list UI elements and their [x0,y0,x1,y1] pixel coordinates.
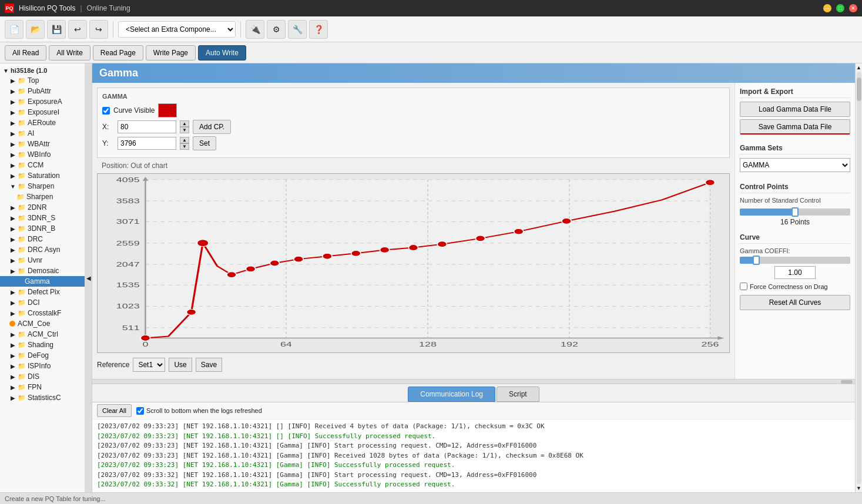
coeffi-value-input[interactable] [774,266,816,279]
minimize-button[interactable]: ─ [823,4,831,12]
read-page-button[interactable]: Read Page [93,45,143,61]
sidebar-item-demosaic[interactable]: ▶ 📁 Demosaic [0,266,85,276]
svg-text:256: 256 [701,341,719,348]
sidebar-item-saturation[interactable]: ▶ 📁 Saturation [0,170,85,181]
scroll-down-button[interactable]: ▼ [856,485,861,491]
sidebar-item-defect-pix[interactable]: ▶ 📁 Defect Pix [0,287,85,297]
sidebar-item-drc[interactable]: ▶ 📁 DRC [0,234,85,244]
new-button[interactable]: 📄 [5,20,24,39]
expand-icon-pubattr: ▶ [9,88,16,95]
control-points-slider-thumb[interactable] [791,207,799,217]
coeffi-slider[interactable] [740,257,850,264]
sidebar-item-sharpen2[interactable]: 📁 Sharpen [0,191,85,202]
sidebar-item-dci[interactable]: ▶ 📁 DCI [0,297,85,308]
gamma-chart: 4095 3583 3071 2559 2047 1535 1023 511 0… [98,174,729,352]
sidebar-item-pubattr[interactable]: ▶ 📁 PubAttr [0,86,85,96]
sidebar-item-ispinfo[interactable]: ▶ 📁 ISPInfo [0,361,85,371]
add-cp-button[interactable]: Add CP. [193,120,231,134]
sidebar-item-uvnr[interactable]: ▶ 📁 Uvnr [0,255,85,266]
x-up-button[interactable]: ▲ [180,120,189,127]
sidebar-item-fpn[interactable]: ▶ 📁 FPN [0,382,85,392]
y-input[interactable] [118,137,176,150]
sidebar-item-gamma[interactable]: Gamma [0,276,85,287]
svg-point-35 [197,240,209,247]
close-button[interactable]: ✕ [849,4,857,12]
sidebar-item-exposurea[interactable]: ▶ 📁 ExposureA [0,96,85,107]
chart-container[interactable]: 4095 3583 3071 2559 2047 1535 1023 511 0… [97,173,730,353]
undo-button[interactable]: ↩ [68,20,87,39]
maximize-button[interactable]: □ [836,4,844,12]
y-up-button[interactable]: ▲ [180,137,189,143]
sidebar-item-dis[interactable]: ▶ 📁 DIS [0,371,85,382]
set-button[interactable]: Set [193,136,216,150]
sidebar-item-acm-ctrl[interactable]: ▶ 📁 ACM_Ctrl [0,329,85,340]
clear-all-button[interactable]: Clear All [97,404,132,417]
expand-icon-shading: ▶ [9,341,16,348]
y-down-button[interactable]: ▼ [180,143,189,150]
reference-label: Reference [97,361,129,369]
connect-button[interactable]: 🔌 [246,20,264,39]
sidebar-item-top[interactable]: ▶ 📁 Top [0,75,85,86]
tab-communication-log[interactable]: Communication Log [408,387,495,402]
reference-use-button[interactable]: Use [169,358,192,372]
sidebar-item-drc-asyn[interactable]: ▶ 📁 DRC Asyn [0,244,85,255]
x-down-button[interactable]: ▼ [180,127,189,133]
auto-write-button[interactable]: Auto Write [198,45,246,61]
sidebar-item-hi3518e[interactable]: ▼ hi3518e (1.0 [0,66,85,75]
sidebar-item-ccm[interactable]: ▶ 📁 CCM [0,160,85,170]
sidebar-item-wbattr[interactable]: ▶ 📁 WBAttr [0,139,85,149]
sidebar-label-dci: DCI [28,298,40,307]
right-panel: Import & Export Load Gamma Data File Sav… [734,83,855,379]
sidebar-item-crosstalke[interactable]: ▶ 📁 CrosstalkF [0,308,85,318]
tab-script[interactable]: Script [497,387,539,402]
sidebar-item-aeroute[interactable]: ▶ 📁 AERoute [0,117,85,128]
expand-icon-drc-asyn: ▶ [9,246,16,253]
reference-select[interactable]: Set1 Set2 Set3 [133,358,165,372]
component-select[interactable]: <Select an Extra Compone... [118,21,236,38]
scroll-thumb-right[interactable] [857,78,861,101]
settings-button[interactable]: ⚙ [267,20,286,39]
sidebar-item-defog[interactable]: ▶ 📁 DeFog [0,350,85,361]
help-button[interactable]: ❓ [309,20,328,39]
write-page-button[interactable]: Write Page [146,45,196,61]
save-gamma-button[interactable]: Save Gamma Data File [740,119,850,135]
scroll-track[interactable] [857,72,861,484]
all-read-button[interactable]: All Read [5,45,46,61]
reference-save-button[interactable]: Save [196,358,222,372]
svg-text:64: 64 [280,341,292,348]
gamma-sets-select[interactable]: GAMMA LINEAR USER [740,158,850,172]
sidebar-item-ai[interactable]: ▶ 📁 AI [0,128,85,139]
tools-button[interactable]: 🔧 [288,20,307,39]
sidebar-label-ispinfo: ISPInfo [28,362,51,370]
scroll-checkbox[interactable] [136,407,144,415]
reset-all-curves-button[interactable]: Reset All Curves [740,295,850,310]
sidebar-item-exposurei[interactable]: ▶ 📁 ExposureI [0,107,85,117]
color-swatch[interactable] [158,103,177,117]
horizontal-scrollbar[interactable] [92,379,855,384]
coeffi-slider-thumb[interactable] [753,256,760,265]
sidebar-item-statisticsc[interactable]: ▶ 📁 StatisticsC [0,392,85,403]
save-button[interactable]: 💾 [47,20,66,39]
redo-button[interactable]: ↪ [89,20,108,39]
curve-visible-checkbox[interactable] [102,107,110,115]
sidebar-item-sharpen[interactable]: ▼ 📁 Sharpen [0,181,85,191]
right-scrollbar[interactable]: ▲ ▼ [855,63,862,492]
window-controls: ─ □ ✕ [823,4,857,12]
expand-icon-ispinfo: ▶ [9,362,16,369]
scroll-thumb[interactable] [841,380,853,384]
control-points-slider-track[interactable] [740,209,850,216]
sidebar-item-3dnr_s[interactable]: ▶ 📁 3DNR_S [0,213,85,223]
force-correctness-checkbox[interactable] [740,283,747,290]
x-input[interactable] [118,120,176,133]
sidebar-item-2dnr[interactable]: ▶ 📁 2DNR [0,202,85,213]
load-gamma-button[interactable]: Load Gamma Data File [740,102,850,117]
gamma-left: GAMMA Curve Visible X: ▲ ▼ Add CP. [92,83,734,379]
sidebar-item-acm-coe[interactable]: ACM_Coe [0,318,85,329]
sidebar-item-3dnr_b[interactable]: ▶ 📁 3DNR_B [0,223,85,234]
all-write-button[interactable]: All Write [49,45,90,61]
collapse-handle[interactable]: ◀ [85,63,92,492]
sidebar-item-shading[interactable]: ▶ 📁 Shading [0,340,85,350]
scroll-up-button[interactable]: ▲ [856,65,861,70]
open-button[interactable]: 📂 [26,20,45,39]
sidebar-item-wbinfo[interactable]: ▶ 📁 WBInfo [0,149,85,160]
